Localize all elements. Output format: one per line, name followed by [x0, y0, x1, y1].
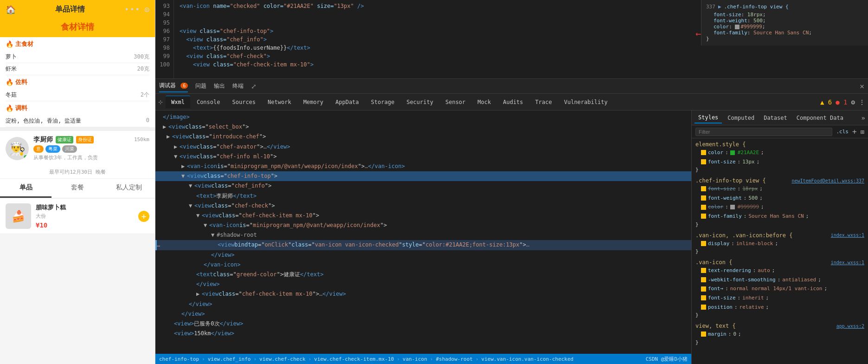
rule-properties: font-size : 18rpx ; font-weight : 500 ; — [695, 185, 864, 220]
prop-value[interactable]: #999999 — [738, 203, 759, 211]
prop-checkbox[interactable] — [701, 150, 706, 155]
tree-line[interactable]: <text>李厨师</text> — [155, 191, 691, 201]
prop-name: font-size — [708, 158, 736, 166]
tree-line[interactable]: ▼ <view class="chef-info ml-10"> — [155, 152, 691, 162]
prop-checkbox[interactable] — [701, 277, 706, 282]
prop-checkbox[interactable] — [701, 332, 706, 337]
rule-source[interactable]: index.wxss:1 — [831, 233, 864, 238]
expand-icon[interactable]: ⤢ — [251, 83, 257, 90]
rule-source[interactable]: index.wxss:1 — [831, 260, 864, 265]
prop-checkbox[interactable] — [701, 241, 706, 246]
code-line: <view class="chef-check"> — [180, 52, 862, 60]
tab-single[interactable]: 单品 — [0, 179, 51, 198]
prop-value[interactable]: 18rpx — [742, 185, 758, 193]
prop-value[interactable]: Source Han Sans CN — [748, 212, 804, 221]
styles-content: element.style { color : #21AA2E ; — [692, 138, 868, 364]
tab-memory[interactable]: Memory — [298, 96, 329, 108]
prop-value[interactable]: 500 — [748, 194, 758, 202]
breadcrumb-view-chef-info[interactable]: view.chef_info — [208, 356, 251, 362]
tab-vulnerability[interactable]: Vulnerability — [559, 96, 613, 108]
tree-line[interactable]: ▶ <van-icon is="miniprogram_npm/@vant/we… — [155, 162, 691, 171]
debugger-tab-output[interactable]: 输出 — [214, 80, 225, 92]
more-icon[interactable]: ⋮ — [859, 98, 865, 106]
debugger-tab-terminal[interactable]: 终端 — [232, 80, 244, 92]
add-food-button[interactable]: + — [138, 211, 149, 222]
settings-icon[interactable]: ⚙ — [851, 98, 855, 106]
debugger-tab-main[interactable]: 调试器 6 — [159, 80, 188, 92]
tab-audits[interactable]: Audits — [497, 96, 528, 108]
tree-line[interactable]: <text class="greend-color">健康证</text> — [155, 270, 691, 280]
select-icon[interactable]: ⊹ — [158, 99, 163, 105]
line-numbers: 93 94 95 96 97 98 99 100 — [155, 0, 174, 78]
tree-line[interactable]: ▶ <view class="chef-check-item mx-10">…<… — [155, 289, 691, 299]
prop-checkbox[interactable] — [701, 159, 706, 164]
cls-button[interactable]: .cls — [836, 129, 849, 135]
rule-source[interactable]: app.wxss:2 — [836, 324, 864, 329]
tab-appdata[interactable]: AppData — [330, 96, 365, 108]
tree-line[interactable]: ▼ <view class="chef-check-item mx-10"> — [155, 211, 691, 221]
tree-line[interactable]: ▼ <van-icon is="miniprogram_npm/@vant/we… — [155, 221, 691, 230]
prop-value[interactable]: #21AA2E — [738, 149, 759, 157]
breadcrumb-van-icon-checked[interactable]: view.van-icon.van-icon-checked — [482, 356, 574, 362]
style-tab-computed[interactable]: Computed — [724, 113, 758, 123]
add-style-button[interactable]: + — [852, 127, 857, 136]
breadcrumb-shadow-root[interactable]: #shadow-root — [436, 356, 472, 362]
prop-checkbox[interactable] — [701, 295, 706, 300]
tab-console[interactable]: Console — [191, 96, 226, 108]
rule-source[interactable]: newItemFoodDetail.wxss:337 — [791, 178, 864, 183]
breadcrumb-view-chef-check[interactable]: view.chef-check — [259, 356, 305, 362]
style-tab-styles[interactable]: Styles — [694, 112, 722, 124]
prop-checkbox[interactable] — [701, 205, 706, 210]
prop-value[interactable]: inherit — [742, 294, 764, 302]
styles-more-icon[interactable]: » — [862, 114, 865, 122]
tab-network[interactable]: Network — [262, 96, 297, 108]
tab-security[interactable]: Security — [401, 96, 439, 108]
tab-trace[interactable]: Trace — [530, 96, 558, 108]
prop-value[interactable]: 13px — [742, 158, 755, 166]
tab-storage[interactable]: Storage — [366, 96, 400, 108]
tree-line[interactable]: ▶ <view class="select_box"> — [155, 122, 691, 132]
style-tab-dataset[interactable]: Dataset — [760, 113, 791, 123]
prop-checkbox[interactable] — [701, 305, 706, 310]
breadcrumb-chef-info-top[interactable]: chef-info-top — [159, 356, 199, 362]
css-prop-line: font-family: Source Han Sans CN; — [714, 30, 863, 36]
shadow-root-line[interactable]: ▼ #shadow-root — [155, 230, 691, 240]
tab-sensor[interactable]: Sensor — [440, 96, 471, 108]
more-icon[interactable]: ••• — [124, 5, 141, 14]
prop-value[interactable]: antialiased — [782, 276, 816, 284]
filter-input[interactable] — [695, 128, 832, 136]
tree-line[interactable]: ▶ <view class="chef-avator">…</view> — [155, 142, 691, 152]
rule-prop-fontfamily: font-family : Source Han Sans CN ; — [701, 212, 864, 221]
back-icon[interactable]: 🏠 — [6, 5, 16, 14]
tree-line[interactable]: ▶ <view class="introduce-chef"> — [155, 132, 691, 142]
prop-checkbox[interactable] — [701, 186, 706, 191]
tab-mock[interactable]: Mock — [472, 96, 496, 108]
prop-checkbox[interactable] — [701, 286, 706, 292]
circle-icon[interactable]: ⊙ — [144, 5, 149, 14]
debugger-tab-issue[interactable]: 问题 — [195, 80, 206, 92]
prop-value[interactable]: relative — [739, 303, 764, 312]
tab-custom[interactable]: 私人定制 — [103, 179, 155, 198]
prop-checkbox[interactable] — [701, 214, 706, 219]
prop-checkbox[interactable] — [701, 268, 706, 273]
prop-checkbox[interactable] — [701, 195, 706, 201]
new-rule-icon[interactable]: ⊞ — [861, 128, 864, 136]
tab-set[interactable]: 套餐 — [51, 179, 103, 198]
selected-view-line[interactable]: … <view bindtap="onClick" class="van-ico… — [155, 240, 691, 250]
close-debugger-button[interactable]: ✕ — [860, 82, 864, 91]
rule-selector: view, text { — [695, 323, 736, 329]
prop-value[interactable]: inline-block — [736, 240, 773, 248]
prop-value[interactable]: 0 — [733, 330, 736, 338]
style-tab-component-data[interactable]: Component Data — [793, 113, 847, 123]
tree-line[interactable]: ▼ <view class="chef_info"> — [155, 181, 691, 191]
tree-line-selected[interactable]: ▼ <view class="chef-info-top"> — [155, 171, 691, 181]
breadcrumb-chef-check-item[interactable]: view.chef-check-item.mx-10 — [314, 356, 394, 362]
tab-wxml[interactable]: Wxml — [166, 96, 190, 108]
tree-line[interactable]: ▼ <view class="chef-check"> — [155, 201, 691, 211]
tab-sources[interactable]: Sources — [226, 96, 261, 108]
tree-line[interactable]: <view>150km</view> — [155, 329, 691, 338]
prop-value[interactable]: normal normal 14px/1 vant-icon — [730, 285, 823, 293]
prop-value[interactable]: auto — [758, 266, 770, 275]
tree-line[interactable]: <view>已服务0次</view> — [155, 319, 691, 329]
breadcrumb-van-icon[interactable]: van-icon — [403, 356, 427, 362]
